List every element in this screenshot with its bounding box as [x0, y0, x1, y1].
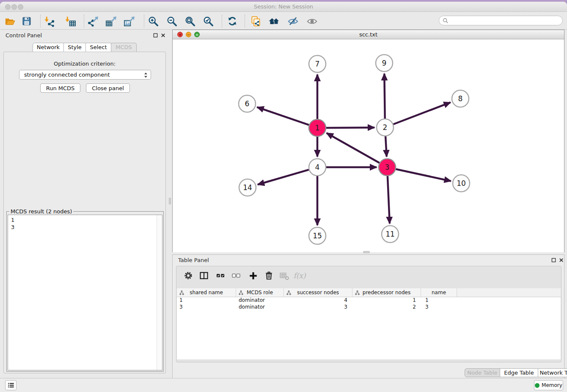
column-header-MCDS-role[interactable]: MCDS role	[236, 288, 284, 297]
home-views-icon[interactable]	[267, 14, 281, 28]
graph-node-3[interactable]: 3	[379, 159, 396, 176]
table-cell[interactable]: dominator	[236, 304, 284, 311]
edge-1-6[interactable]	[257, 107, 309, 125]
table-cell[interactable]: 1	[352, 297, 421, 304]
show-eye-icon[interactable]	[305, 14, 319, 28]
optimization-criterion-select[interactable]: strongly connected component	[19, 70, 151, 80]
edge-3-10[interactable]	[396, 169, 451, 181]
column-label: successor nodes	[297, 290, 339, 295]
graph-node-7[interactable]: 7	[309, 55, 326, 72]
float-panel-icon[interactable]	[152, 32, 158, 38]
table-cell[interactable]: 4	[284, 297, 352, 304]
table-settings-gear-icon[interactable]	[182, 269, 195, 282]
show-columns-icon[interactable]	[198, 269, 210, 282]
tab-edge-table[interactable]: Edge Table	[500, 368, 538, 377]
graph-node-2[interactable]: 2	[377, 119, 394, 136]
save-session-icon[interactable]	[20, 14, 33, 28]
tab-node-table[interactable]: Node Table	[465, 368, 500, 377]
graph-node-14[interactable]: 14	[239, 179, 256, 196]
graph-node-11[interactable]: 11	[382, 226, 399, 243]
panel-splitter-handle[interactable]	[169, 198, 171, 204]
svg-text:10: 10	[457, 179, 466, 188]
memory-button[interactable]: Memory	[534, 380, 563, 390]
close-table-panel-icon[interactable]	[558, 257, 564, 263]
table-cell[interactable]: 1	[421, 297, 457, 304]
table-row[interactable]: 3dominator323	[177, 304, 561, 311]
graph-node-8[interactable]: 8	[452, 90, 469, 107]
svg-text:1: 1	[315, 124, 320, 132]
export-network-icon[interactable]	[86, 14, 99, 28]
select-all-icon[interactable]	[214, 269, 227, 282]
edge-2-9[interactable]	[384, 74, 385, 119]
tab-mcds[interactable]: MCDS	[111, 43, 137, 52]
graph-node-9[interactable]: 9	[376, 55, 393, 72]
hide-selected-icon[interactable]	[286, 14, 300, 28]
graph-node-4[interactable]: 4	[309, 159, 326, 176]
chevron-updown-icon	[144, 72, 148, 81]
import-network-icon[interactable]	[43, 14, 56, 28]
mcds-result-line[interactable]: 3	[11, 224, 162, 231]
deselect-all-icon[interactable]	[230, 269, 242, 282]
export-table-icon[interactable]	[104, 14, 118, 28]
table-toolbar: f(x)	[176, 266, 561, 284]
result-scrollbar[interactable]	[157, 215, 162, 370]
network-canvas[interactable]: 1234678910111415	[173, 39, 564, 252]
export-image-icon[interactable]	[122, 14, 136, 28]
table-cell[interactable]: dominator	[236, 297, 284, 304]
edge-4-14[interactable]	[258, 170, 309, 185]
delete-column-trash-icon[interactable]	[262, 269, 275, 282]
column-header-predecessor-nodes[interactable]: predecessor nodes	[352, 288, 421, 297]
table-cell[interactable]: 3	[177, 304, 236, 311]
clone-network-icon[interactable]	[249, 14, 262, 28]
search-input[interactable]	[449, 17, 562, 25]
task-history-button[interactable]	[5, 380, 17, 390]
network-window-titlebar[interactable]: × − + scc.txt	[173, 30, 564, 39]
edge-2-3[interactable]	[385, 136, 387, 157]
table-panel: Table Panel	[172, 254, 564, 378]
table-cell[interactable]: 3	[421, 304, 457, 311]
svg-text:14: 14	[243, 183, 252, 192]
column-header-successor-nodes[interactable]: successor nodes	[284, 288, 352, 297]
optimization-criterion-value: strongly connected component	[24, 72, 110, 78]
open-file-icon[interactable]	[3, 14, 17, 28]
refresh-layout-icon[interactable]	[226, 14, 239, 28]
run-mcds-button[interactable]: Run MCDS	[40, 83, 80, 93]
main-toolbar	[0, 12, 567, 30]
column-header-name[interactable]: name	[421, 288, 457, 297]
control-panel-header: Control Panel	[0, 30, 169, 41]
import-table-icon[interactable]	[63, 14, 77, 28]
zoom-in-icon[interactable]	[146, 14, 160, 28]
column-type-icon	[179, 290, 184, 296]
title-bar: Session: New Session	[0, 2, 567, 12]
zoom-selected-icon[interactable]	[201, 14, 215, 28]
graph-node-10[interactable]: 10	[453, 175, 470, 192]
table-cell[interactable]: 2	[352, 304, 421, 311]
tab-network-table[interactable]: Network Table	[538, 368, 567, 377]
float-table-panel-icon[interactable]	[550, 257, 556, 263]
tab-select[interactable]: Select	[85, 43, 111, 52]
control-panel-title: Control Panel	[6, 32, 42, 39]
graph-node-1[interactable]: 1	[309, 119, 326, 136]
graph-node-6[interactable]: 6	[239, 95, 256, 112]
edge-3-11[interactable]	[388, 176, 390, 224]
edge-1-2[interactable]	[326, 127, 374, 128]
tab-style[interactable]: Style	[63, 43, 86, 52]
table-cell[interactable]: 3	[284, 304, 352, 311]
svg-text:4: 4	[315, 163, 320, 171]
zoom-fit-icon[interactable]	[183, 14, 197, 28]
close-panel-icon[interactable]	[160, 32, 166, 38]
column-label: shared name	[190, 290, 223, 295]
zoom-out-icon[interactable]	[165, 14, 179, 28]
graph-node-15[interactable]: 15	[309, 227, 326, 244]
close-panel-button[interactable]: Close panel	[86, 83, 130, 93]
edge-3-1[interactable]	[327, 133, 380, 163]
add-column-icon[interactable]	[247, 269, 259, 282]
table-cell[interactable]: 1	[177, 297, 236, 304]
edge-2-8[interactable]	[394, 102, 451, 124]
mcds-result-list[interactable]: 13	[8, 215, 162, 370]
mcds-result-line[interactable]: 1	[11, 216, 162, 224]
tab-network[interactable]: Network	[33, 43, 64, 52]
column-header-shared-name[interactable]: shared name	[177, 288, 236, 297]
table-row[interactable]: 1dominator411	[177, 297, 561, 304]
view-splitter-handle[interactable]	[363, 251, 370, 253]
